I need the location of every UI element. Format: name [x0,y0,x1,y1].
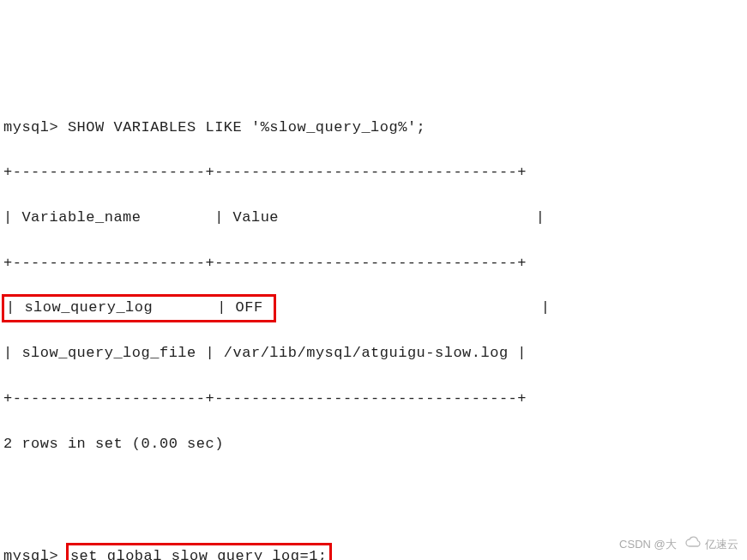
table1-header-col2: Value [233,209,280,226]
sql-command-1: SHOW VARIABLES LIKE '%slow_query_log%'; [68,119,425,135]
prompt: mysql> [3,548,58,560]
watermark-csdn: CSDN @大 [619,538,677,551]
table1-row1-col2: OFF [236,299,263,316]
table1-row1: | slow_query_log | OFF | [3,297,744,319]
table1-row2-col1: slow_query_log_file [21,345,196,361]
cloud-icon [684,536,702,553]
table1-header-row: | Variable_name | Value | [3,207,744,229]
table1-sep-bot: +---------------------+-----------------… [3,388,744,410]
table1-sep-top: +---------------------+-----------------… [3,161,744,184]
table1-header-col1: Variable_name [21,209,141,226]
watermark-yisu: 亿速云 [705,538,738,551]
cmd-line-1: mysql> SHOW VARIABLES LIKE '%slow_query_… [3,117,744,139]
table1-row2: | slow_query_log_file | /var/lib/mysql/a… [3,342,744,364]
table1-row1-col1: slow_query_log [24,299,153,316]
highlight-cmd-q2: set global slow_query_log=1; [66,543,332,560]
prompt: mysql> [3,119,58,135]
table1-footer: 2 rows in set (0.00 sec) [3,433,744,455]
highlight-row1-q1: | slow_query_log | OFF [2,294,276,322]
sql-command-2: set global slow_query_log=1; [70,548,328,560]
blank1 [3,478,744,500]
table1-sep-mid: +---------------------+-----------------… [3,252,744,274]
watermark: CSDN @大 亿速云 [619,536,738,553]
table1-row2-col2: /var/lib/mysql/atguigu-slow.log [224,345,509,361]
